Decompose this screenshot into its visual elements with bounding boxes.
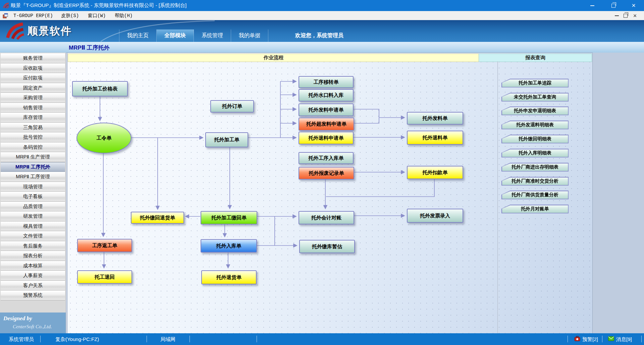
report-label: 未交托外加工单查询 bbox=[502, 93, 568, 101]
flow-node-process-warehouse-in[interactable]: 托外工序入库单 bbox=[299, 152, 354, 164]
report-label: 托外月对账单 bbox=[502, 205, 568, 213]
report-button-vendor-ontime[interactable]: 托外厂商准时交货分析 bbox=[501, 177, 569, 186]
report-button-turnin-detail[interactable]: 托外缴回明细表 bbox=[501, 135, 569, 143]
report-button-vendor-inout[interactable]: 托外厂商进出存明细表 bbox=[501, 163, 569, 171]
status-network: 局域网 bbox=[160, 336, 175, 343]
report-button-request-detail[interactable]: 托外申发申退明细表 bbox=[501, 107, 569, 115]
report-button-monthly-statement[interactable]: 托外月对账单 bbox=[501, 205, 569, 213]
flow-node-invoice-entry[interactable]: 托外发票录入 bbox=[407, 209, 463, 223]
erp-window: 顺景『T-GROUP』制造业ERP系统 - 东莞顺景软件科技有限公司 - [系统… bbox=[0, 0, 644, 345]
flow-node-warehouse-in[interactable]: 托外入库单 bbox=[201, 239, 257, 253]
flow-node-accounting-reconcile[interactable]: 托外会计对账 bbox=[299, 211, 354, 224]
flow-node-outsource-order[interactable]: 托外订单 bbox=[210, 100, 254, 113]
flow-node-issue-request[interactable]: 托外发料申请单 bbox=[299, 104, 354, 116]
report-label: 托外厂商准时交货分析 bbox=[502, 178, 568, 185]
report-button-vendor-quality[interactable]: 托外厂商供货质量分析 bbox=[501, 191, 569, 199]
flow-node-process-rework[interactable]: 工序返工单 bbox=[77, 239, 132, 252]
flow-node-goods-return[interactable]: 托外退货单 bbox=[201, 270, 257, 284]
report-label: 托外发退料明细表 bbox=[502, 121, 568, 129]
flow-node-sprue-material-in[interactable]: 托外水口料入库 bbox=[299, 89, 354, 101]
flow-node-storage-estimate[interactable]: 托外缴库暂估 bbox=[299, 240, 355, 253]
status-alerts[interactable]: 预警[2] bbox=[582, 336, 598, 343]
flow-node-issue-sheet[interactable]: 托外发料单 bbox=[407, 112, 463, 125]
flow-node-outwork-return[interactable]: 托工退回 bbox=[77, 270, 132, 284]
flow-node-outsource-price-list[interactable]: 托外加工价格表 bbox=[72, 81, 128, 96]
flow-node-scrap-record[interactable]: 托外报废记录单 bbox=[299, 167, 354, 180]
flow-node-material-return-request[interactable]: 托外退料申请单 bbox=[299, 132, 354, 144]
report-label: 托外厂商进出存明细表 bbox=[502, 163, 568, 171]
flow-node-work-order[interactable]: 工令单 bbox=[76, 123, 131, 153]
report-button-issue-return-detail[interactable]: 托外发退料明细表 bbox=[501, 121, 569, 129]
report-button-warehouse-detail[interactable]: 托外入库明细表 bbox=[501, 149, 569, 157]
status-user: 系统管理员 bbox=[9, 336, 34, 343]
report-label: 托外申发申退明细表 bbox=[502, 107, 568, 115]
status-bar: 系统管理员 复杂(Young-PC:FZ) 局域网 预警[2] 消息[9] bbox=[0, 333, 644, 345]
status-messages[interactable]: 消息[9] bbox=[616, 336, 632, 343]
report-label: 托外缴回明细表 bbox=[502, 135, 568, 143]
flow-node-process-turn-in[interactable]: 托外加工缴回单 bbox=[201, 211, 257, 224]
flow-node-process-transfer[interactable]: 工序移转单 bbox=[299, 76, 354, 88]
first-aid-kit-icon bbox=[574, 336, 580, 341]
report-label: 托外入库明细表 bbox=[502, 149, 568, 157]
flow-node-return-sheet[interactable]: 托外退料单 bbox=[407, 131, 463, 145]
report-button-undelivered[interactable]: 未交托外加工单查询 bbox=[501, 93, 569, 101]
flow-node-over-issue-request[interactable]: 托外超发料申请单 bbox=[299, 118, 354, 131]
flow-node-return-delivery[interactable]: 托外缴回退货单 bbox=[131, 212, 184, 224]
envelope-icon bbox=[608, 336, 614, 341]
report-button-tracking[interactable]: 托外加工单追踪 bbox=[501, 79, 569, 87]
flow-node-outsource-process-sheet[interactable]: 托外加工单 bbox=[205, 132, 248, 147]
report-label: 托外厂商供货质量分析 bbox=[502, 191, 568, 199]
status-host: 复杂(Young-PC:FZ) bbox=[55, 336, 99, 343]
flow-node-deduction-sheet[interactable]: 托外扣款单 bbox=[407, 166, 463, 179]
report-label: 托外加工单追踪 bbox=[502, 79, 568, 87]
